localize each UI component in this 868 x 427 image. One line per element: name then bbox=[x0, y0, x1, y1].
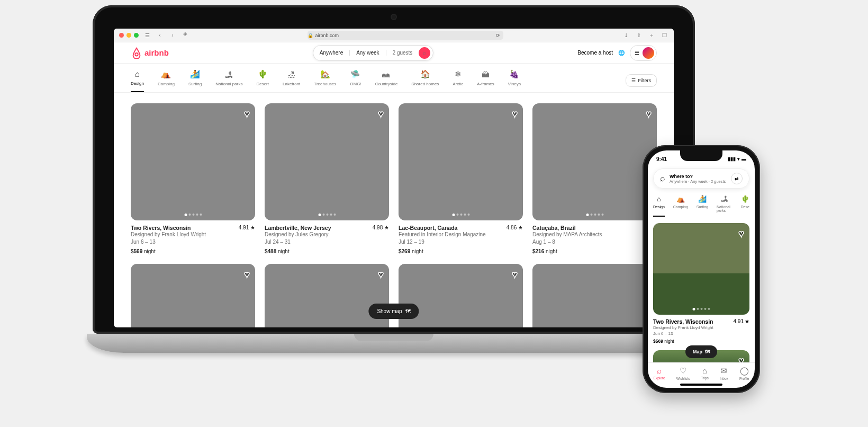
category-treehouses[interactable]: 🏡Treehouses bbox=[314, 69, 336, 92]
wishlist-heart-icon[interactable]: ♥ bbox=[738, 228, 744, 239]
category-surfing[interactable]: 🏄Surfing bbox=[188, 69, 202, 92]
listing-price: $488 night bbox=[265, 248, 389, 254]
wishlist-heart-icon[interactable]: ♥ bbox=[646, 109, 652, 120]
category-countryside[interactable]: 🏘Countryside bbox=[375, 69, 398, 92]
phone-filter-button[interactable]: ⇄ bbox=[731, 173, 743, 184]
category-desert[interactable]: 🌵Desert bbox=[256, 69, 269, 92]
listing-card[interactable]: ♥Lac-Beauport, Canada4.86 ★Featured in I… bbox=[399, 103, 523, 254]
category-icon: ❄ bbox=[453, 69, 463, 79]
tab-label: Profile bbox=[739, 377, 749, 380]
category-icon: 🏖 bbox=[287, 69, 296, 79]
listing-dates: Jun 6 – 13 bbox=[653, 331, 749, 337]
category-camping[interactable]: ⛺Camping bbox=[158, 69, 175, 92]
wishlist-heart-icon[interactable]: ♥ bbox=[512, 109, 518, 120]
listing-image: ♥ bbox=[399, 103, 523, 220]
tab-trips[interactable]: ⌂Trips bbox=[701, 366, 709, 380]
category-icon: ⌂ bbox=[132, 69, 142, 78]
brand-text: airbnb bbox=[144, 48, 169, 57]
search-button[interactable]: ⌕ bbox=[419, 47, 430, 59]
listing-image: ♥ bbox=[131, 264, 255, 327]
wishlist-heart-icon[interactable]: ♥ bbox=[244, 269, 250, 280]
phone-category-dese[interactable]: 🌵Dese bbox=[741, 195, 749, 217]
become-host-link[interactable]: Become a host bbox=[577, 50, 613, 56]
close-window-button[interactable] bbox=[119, 33, 124, 38]
category-label: National parks bbox=[717, 205, 733, 212]
listing-rating: 4.86 ★ bbox=[507, 225, 523, 231]
category-omg![interactable]: 🛸OMG! bbox=[350, 69, 361, 92]
phone-category-design[interactable]: ⌂Design bbox=[653, 195, 665, 217]
share-icon[interactable]: ⇧ bbox=[635, 32, 643, 38]
listing-card[interactable]: ♥ bbox=[399, 264, 523, 327]
listing-card[interactable]: ♥Catuçaba, BrazilDesigned by MAPA Archit… bbox=[532, 103, 657, 254]
search-icon: ⌕ bbox=[660, 174, 665, 183]
zoom-window-button[interactable] bbox=[134, 33, 139, 38]
forward-button[interactable]: › bbox=[168, 32, 177, 38]
laptop-bezel: ☰ ‹ › ◈ 🔒 airbnb.com ⟳ ⤓ ⇧ ＋ ❐ bbox=[93, 5, 695, 334]
listing-image: ♥ bbox=[532, 264, 657, 327]
category-icon: 🍇 bbox=[510, 69, 519, 79]
category-shared-homes[interactable]: 🏠Shared homes bbox=[411, 69, 439, 92]
listing-card[interactable]: ♥Two Rivers, Wisconsin4.91 ★Designed by … bbox=[131, 103, 255, 254]
wishlist-heart-icon[interactable]: ♥ bbox=[378, 269, 384, 280]
listing-card[interactable]: ♥ bbox=[532, 264, 657, 327]
shield-icon[interactable]: ◈ bbox=[181, 31, 189, 40]
category-lakefront[interactable]: 🏖Lakefront bbox=[283, 69, 300, 92]
category-icon: 🏠 bbox=[420, 69, 430, 79]
category-arctic[interactable]: ❄Arctic bbox=[453, 69, 463, 92]
phone-map-button[interactable]: Map 🗺 bbox=[685, 345, 717, 358]
window-controls[interactable] bbox=[119, 33, 139, 38]
wishlist-heart-icon[interactable]: ♥ bbox=[738, 355, 744, 362]
home-indicator[interactable] bbox=[680, 384, 722, 386]
category-icon: 🏘 bbox=[382, 69, 391, 79]
back-button[interactable]: ‹ bbox=[156, 32, 164, 38]
wishlist-heart-icon[interactable]: ♥ bbox=[512, 269, 518, 280]
search-when[interactable]: Any week bbox=[350, 50, 386, 56]
phone-search-pill[interactable]: ⌕ Where to? Anywhere · Any week · 2 gues… bbox=[653, 168, 749, 189]
category-vineya[interactable]: 🍇Vineya bbox=[508, 69, 521, 92]
phone-listings: ♥ Two Rivers, Wisconsin 4.91 ★ Designed … bbox=[648, 217, 755, 362]
listing-image: ♥ bbox=[265, 103, 389, 220]
airbnb-logo[interactable]: airbnb bbox=[131, 47, 169, 59]
category-icon: 🌵 bbox=[741, 195, 749, 203]
phone-category-surfing[interactable]: 🏄Surfing bbox=[697, 195, 708, 217]
tab-explore[interactable]: ⌕Explore bbox=[654, 366, 665, 380]
phone-category-national-parks[interactable]: 🏞National parks bbox=[717, 195, 733, 217]
tabs-icon[interactable]: ❐ bbox=[660, 32, 668, 38]
wishlist-heart-icon[interactable]: ♥ bbox=[378, 109, 384, 120]
downloads-icon[interactable]: ⤓ bbox=[622, 32, 630, 38]
reload-icon[interactable]: ⟳ bbox=[496, 33, 503, 38]
sidebar-icon[interactable]: ☰ bbox=[143, 32, 151, 38]
laptop-base bbox=[87, 334, 701, 353]
minimize-window-button[interactable] bbox=[126, 33, 131, 38]
tab-label: Wishlists bbox=[676, 377, 690, 380]
category-a-frames[interactable]: 🏔A-frames bbox=[477, 69, 494, 92]
search-where[interactable]: Anywhere bbox=[313, 50, 350, 56]
listing-card[interactable]: ♥Lambertville, New Jersey4.98 ★Designed … bbox=[265, 103, 389, 254]
address-bar[interactable]: 🔒 airbnb.com ⟳ bbox=[308, 31, 503, 40]
category-design[interactable]: ⌂Design bbox=[131, 69, 144, 92]
category-national-parks[interactable]: 🏞National parks bbox=[215, 69, 242, 92]
search-pill[interactable]: Anywhere Any week 2 guests ⌕ bbox=[313, 45, 434, 61]
listing-price: $216 night bbox=[532, 248, 657, 254]
search-who[interactable]: 2 guests bbox=[386, 50, 419, 56]
tab-profile[interactable]: ◯Profile bbox=[739, 366, 749, 380]
map-icon: 🗺 bbox=[405, 308, 411, 314]
show-map-button[interactable]: Show map 🗺 bbox=[368, 304, 419, 319]
globe-icon[interactable]: 🌐 bbox=[618, 50, 625, 56]
url-text: airbnb.com bbox=[315, 33, 339, 38]
new-tab-icon[interactable]: ＋ bbox=[647, 32, 656, 39]
sliders-icon: ☰ bbox=[631, 78, 636, 83]
phone-category-camping[interactable]: ⛺Camping bbox=[673, 195, 688, 217]
tab-inbox[interactable]: ✉Inbox bbox=[720, 366, 728, 380]
listing-card[interactable]: ♥ bbox=[265, 264, 389, 327]
category-label: A-frames bbox=[477, 82, 494, 86]
filters-button[interactable]: ☰ Filters bbox=[626, 74, 657, 87]
category-label: OMG! bbox=[350, 82, 361, 86]
user-menu[interactable]: ☰ bbox=[630, 45, 657, 61]
tab-icon: ◯ bbox=[740, 366, 749, 376]
tab-label: Trips bbox=[701, 376, 709, 380]
tab-wishlists[interactable]: ♡Wishlists bbox=[676, 366, 690, 380]
wishlist-heart-icon[interactable]: ♥ bbox=[244, 109, 250, 120]
listing-card[interactable]: ♥ Two Rivers, Wisconsin 4.91 ★ Designed … bbox=[653, 223, 749, 344]
listing-card[interactable]: ♥ bbox=[131, 264, 255, 327]
